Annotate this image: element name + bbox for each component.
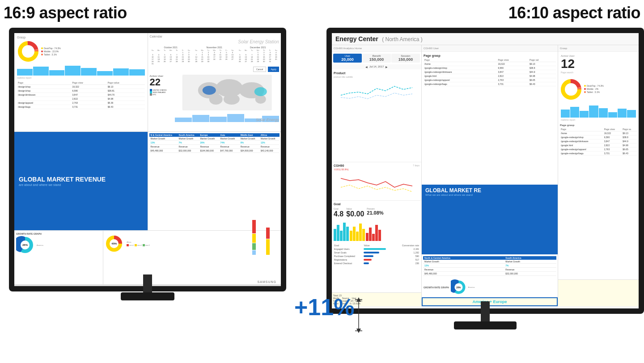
right-aspect-ratio-label: 16:10 aspect ratio <box>508 4 640 22</box>
cancel-button[interactable]: Cancel <box>253 67 267 72</box>
table-row: /google+redesign/apparel2,763$6.65 <box>560 147 637 151</box>
growth-rate-right: GROWTH RATE GRAPH 28% America <box>422 278 558 297</box>
left-monitor: Grasp <box>9 28 286 305</box>
calendar-nov: November 2021 SuMoTuWeThFrSa 123456 7891… <box>193 46 236 65</box>
date-prev[interactable]: ◀ <box>365 65 368 68</box>
calendar-oct: October 2021 SuMoTuWeThFrSa 12 3456789 1… <box>150 46 192 65</box>
table-row: Purchase Completed 590 <box>334 254 419 258</box>
goal-metric-goal: Goal 4.8 <box>334 207 343 218</box>
horizontal-bars <box>252 232 279 255</box>
table-row: /google+redesign/shop6,580$38.8 <box>560 135 637 139</box>
page-grasp-table: Page Page view Page val /home19,322$9.13… <box>424 58 556 86</box>
table-row: Smart Goals 1,292 <box>334 251 419 254</box>
bar-1 <box>17 69 33 76</box>
donut-chart-right <box>560 78 582 101</box>
date-next[interactable]: ▶ <box>386 65 388 68</box>
global-banner-title: GLOBAL MARKET REVENUE <box>19 176 143 183</box>
cgh90-user-header: CGH90 User <box>422 45 558 52</box>
user-tab[interactable]: User 20,000 <box>333 54 362 63</box>
table-row: Revenue Revenue Revenue Revenue Revenue … <box>149 145 280 149</box>
table-row: $45,480,000 $32,000,000 <box>423 272 556 276</box>
donut-container: DeskTop : 74.3% Mobile : 22.0% Tablet : … <box>17 40 145 63</box>
left-dashboard: Grasp <box>14 33 281 286</box>
samsung-logo: SAMSUNG <box>258 280 276 283</box>
bar-8 <box>129 69 145 76</box>
date-nav: ◀ Jul 14, 2017 ▶ <box>332 64 421 69</box>
asia-header: Asia <box>219 133 239 137</box>
page-grasp-right-table-container: Page grasp Page Page view Page va <box>558 122 639 279</box>
south-america-header: South America <box>178 133 199 137</box>
bar-6 <box>97 71 113 76</box>
mobile-dot <box>41 51 43 52</box>
bar-4 <box>65 66 80 76</box>
realtime-right-label: realtime report <box>558 118 639 122</box>
page-table-container: Page Page view Page value /design/shop <box>17 81 145 109</box>
analytics-home-header: CGH90 Analytics Home <box>332 45 421 52</box>
energy-center-title: Energy Center <box>335 35 378 42</box>
cgh90-section: CGH90 7 days -0.001(-58.9%) <box>332 162 421 200</box>
table-row: Revenue Revenue <box>423 268 556 272</box>
table-row: Engaged Users 2,161 <box>334 247 419 251</box>
cgh90-line-chart <box>334 172 419 196</box>
legend-mobile: Mobile : 22.0% <box>41 50 61 53</box>
page-search-label: Page search <box>561 71 636 74</box>
table-row: /home19,322$9.13 <box>424 62 556 66</box>
middle-col: CGH90 User Page grasp Page Page view Pag… <box>422 45 558 306</box>
active-user-info: Active User 22 UNITED STATES NEW ZEALAND… <box>150 75 172 122</box>
value-value: $0.00 <box>346 210 364 218</box>
cgh90-header: CGH90 7 days <box>334 164 419 167</box>
solar-station-title: Solar Energy Station <box>150 39 280 44</box>
energy-center-header: Energy Center ( North America ) <box>332 33 639 45</box>
table-row: /google+redesign/bags3,731$6.43 <box>560 151 637 155</box>
left-aspect-ratio-label: 16:9 aspect ratio <box>4 4 127 22</box>
page-table: Page Page view Page value /design/shop <box>17 81 145 109</box>
bar-3 <box>49 70 65 76</box>
goal-detail-table: Goal Value Conversion rate Engaged Users <box>334 244 419 265</box>
percent-value: 21.08% <box>367 210 383 215</box>
calendars-row: October 2021 SuMoTuWeThFrSa 12 3456789 1… <box>150 46 280 65</box>
goal-bar-charts <box>334 221 419 241</box>
market-right-table: North & Central America South America Ma… <box>423 256 556 276</box>
africa-header: Africa <box>259 133 280 137</box>
pageview-col-header: Page view <box>71 81 106 85</box>
session-tab[interactable]: Session 150,000 <box>391 54 420 63</box>
apply-button[interactable]: Apply <box>268 67 279 72</box>
cyan-bars <box>334 221 349 241</box>
date-label: Jul 14, 2017 <box>369 65 384 68</box>
left-monitor-section: 16:9 aspect ratio Grasp <box>0 0 295 363</box>
table-row: /google.html2,822$4.98 <box>560 143 637 147</box>
page-table-right: Page Page view Page va /home19,322$9.13 … <box>560 127 637 156</box>
stand-base-left <box>121 292 174 300</box>
global-banner-sub: are about and where we stand <box>19 183 143 186</box>
active-user-right-number: 12 <box>561 57 636 71</box>
pie-1-label: 28% <box>22 244 28 246</box>
right-monitor: Energy Center ( North America ) CGH90 An… <box>326 28 644 332</box>
monitor-stand-left <box>121 274 174 300</box>
active-user-number: 22 <box>150 77 172 87</box>
svg-point-22 <box>565 83 577 96</box>
table-row: /google+redesign/drinkware3,847$44.9 <box>560 139 637 143</box>
market-table-right: North & Central America South America Ma… <box>422 255 558 277</box>
product-title: Product <box>334 72 419 75</box>
right-grasp-col: Grasp Active User 12 Page search <box>558 45 639 306</box>
table-row: $45,480,000 $32,000,000 $184,560,000 $47… <box>149 149 280 153</box>
table-row: /google+redesign/bags3,731$6.43 <box>424 82 556 86</box>
legend-tablet: Tablet : 3.1% <box>41 53 61 56</box>
cgh90-subtitle: -0.001(-58.9%) <box>334 168 419 171</box>
energy-center-title-group: Energy Center ( North America ) <box>335 35 423 43</box>
donut-right-container: DeskTop : 74.3% Mobile : 2% Tablet : 3.1… <box>558 76 639 102</box>
stand-base-right <box>454 321 517 329</box>
mideast-header: Middle East <box>239 133 259 137</box>
benefit-tab[interactable]: Benefit 150,000 <box>362 54 391 63</box>
table-row: /design/shop 19,322 $9.13 <box>17 85 145 89</box>
growth-rate-panel: GROWTH RATE GRAPH 28% <box>14 231 103 284</box>
page-grasp-title: Page grasp <box>424 54 556 57</box>
table-row: 13% 7% 26% 74% 8% 12% <box>149 141 280 145</box>
bar-7 <box>113 68 129 76</box>
bottom-pad-right <box>558 279 639 306</box>
table-row: 13% 7% <box>423 264 556 268</box>
table-row: /google+redesign/shop6,580$38.8 <box>424 66 556 70</box>
left-mid-row: GLOBAL MARKET REVENUE are about and wher… <box>14 132 281 230</box>
stand-neck-left <box>143 274 152 292</box>
goal-metrics-row: Goal 4.8 Value $0.00 Percent 21.08% <box>334 207 419 218</box>
